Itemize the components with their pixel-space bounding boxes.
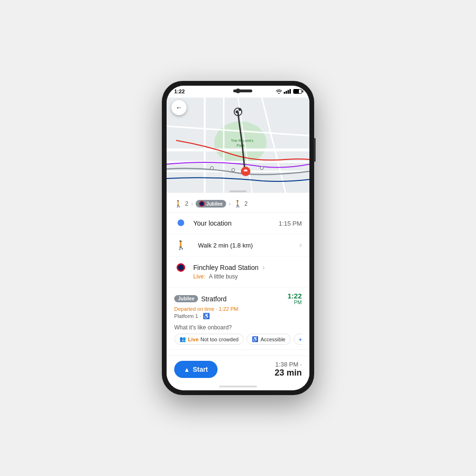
train-left: Jubilee Stratford [174, 295, 227, 303]
platform-row: Platform 1 · ♿ [174, 313, 302, 319]
jubilee-label: Jubilee [206, 201, 222, 207]
finchley-chevron: › [262, 263, 265, 272]
add-chip[interactable]: + T [294, 334, 302, 345]
finchley-title: Finchley Road Station [193, 264, 258, 271]
svg-point-13 [236, 110, 238, 113]
back-arrow-icon: ← [176, 104, 182, 111]
live-chip-status: Not too crowded [200, 337, 238, 342]
your-location-row: Your location 1:15 PM [167, 213, 309, 234]
accessible-icon: ♿ [203, 313, 210, 319]
map-svg: The Regent's Park [167, 95, 309, 195]
jubilee-badge: Jubilee [196, 200, 226, 208]
start-label: Start [193, 366, 208, 373]
bottom-arrival-time: 1:38 PM · [275, 361, 302, 368]
finchley-station-row[interactable]: Finchley Road Station › Live: A little b… [167, 257, 309, 288]
bottom-duration: 23 min [275, 368, 302, 378]
walk-num-1: 2 [185, 200, 188, 207]
bottom-bar: ▲ Start 1:38 PM · 23 min [167, 356, 309, 384]
start-button[interactable]: ▲ Start [174, 361, 218, 378]
add-icon: + [299, 337, 302, 342]
train-time-pm: PM [288, 299, 302, 305]
your-location-time: 1:15 PM [275, 220, 302, 227]
walk-segment-label: Walk 2 min (1.8 km) [198, 242, 291, 249]
walk-segment-row[interactable]: 🚶 Walk 2 min (1.8 km) › [167, 234, 309, 257]
your-location-title: Your location [193, 219, 231, 227]
train-destination: Stratford [201, 295, 227, 303]
onboard-label: What it's like onboard? [174, 324, 302, 331]
accessible-chip[interactable]: ♿ Accessible [247, 334, 291, 345]
scroll-content[interactable]: Your location 1:15 PM 🚶 Walk 2 min (1.8 … [167, 213, 309, 356]
status-icons [276, 89, 302, 94]
walk-icon-1: 🚶 [174, 200, 182, 208]
speaker [233, 89, 252, 92]
chevron-icon-2: › [229, 201, 231, 207]
train-departed: Departed on time · 1:22 PM [174, 306, 302, 312]
signal-icon [284, 89, 291, 94]
walk-num-2: 2 [245, 200, 248, 207]
map-drag-handle[interactable] [229, 190, 247, 192]
train-header: Jubilee Stratford 1:22 PM [174, 292, 302, 305]
walk-segment-icon: 🚶 [176, 240, 186, 250]
timeline-dot-col [174, 219, 188, 226]
home-indicator-area [167, 384, 309, 390]
jubilee-pill: Jubilee [174, 295, 198, 302]
train-section: Jubilee Stratford 1:22 PM Departed on ti… [167, 288, 309, 350]
svg-point-18 [210, 167, 213, 169]
bottom-time-block: 1:38 PM · 23 min [275, 361, 302, 378]
finchley-live-status: A little busy [209, 273, 238, 280]
power-button [314, 138, 316, 162]
walk-chevron-icon: › [299, 241, 302, 249]
live-chip-label: Live [188, 337, 198, 342]
svg-point-20 [260, 167, 263, 169]
home-indicator [219, 386, 257, 387]
live-chip[interactable]: 👥 Live Not too crowded [174, 334, 244, 345]
phone-frame: 1:22 [162, 81, 314, 395]
phone-screen: 1:22 [167, 86, 309, 390]
people-icon: 👥 [179, 336, 186, 342]
train-time-main: 1:22 [288, 292, 302, 299]
svg-point-19 [232, 169, 235, 171]
train-time-block: 1:22 PM [288, 292, 302, 305]
also-in-row[interactable]: Also in 1 min & 14 min › [167, 350, 309, 356]
finchley-tfl-dot [177, 263, 185, 272]
location-dot [178, 219, 184, 226]
finchley-content: Finchley Road Station › Live: A little b… [193, 263, 302, 280]
walk-icon-2: 🚶 [234, 200, 242, 208]
battery-icon [293, 89, 302, 94]
svg-text:Park: Park [237, 143, 245, 148]
svg-point-14 [238, 108, 241, 111]
tfl-logo [199, 201, 205, 207]
wheelchair-icon: ♿ [252, 336, 258, 342]
navigation-icon: ▲ [184, 366, 190, 373]
status-time: 1:22 [174, 89, 185, 94]
finchley-live-label: Live: [193, 273, 205, 280]
wifi-icon [276, 89, 282, 94]
back-button[interactable]: ← [171, 100, 187, 115]
finchley-dot-col [174, 263, 188, 272]
map-area[interactable]: The Regent's Park [167, 95, 309, 195]
route-summary: 🚶 2 › Jubilee › 🚶 2 [167, 195, 309, 213]
accessible-chip-label: Accessible [260, 337, 286, 342]
battery-fill [294, 89, 299, 93]
chips-row: 👥 Live Not too crowded ♿ Accessible + T [174, 334, 302, 349]
your-location-content: Your location 1:15 PM [193, 219, 302, 227]
platform-text: Platform 1 · [174, 313, 201, 319]
chevron-icon-1: › [191, 201, 193, 207]
